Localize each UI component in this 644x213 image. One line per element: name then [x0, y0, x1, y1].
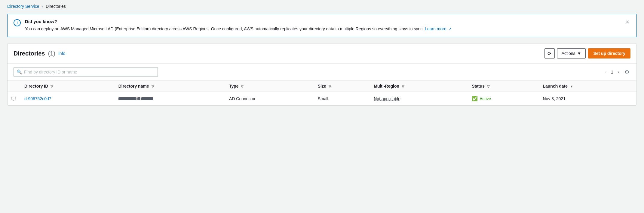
redacted-bar-3 [141, 97, 153, 100]
cell-status: ✅ Active [467, 92, 538, 105]
sort-icon-launch-date: ▼ [570, 85, 573, 88]
th-checkbox [8, 81, 20, 92]
multi-region-value: Not applicable [374, 96, 400, 101]
banner-content: Did you know? You can deploy an AWS Mana… [25, 19, 620, 32]
th-type[interactable]: Type ▽ [224, 81, 313, 92]
th-multi-region[interactable]: Multi-Region ▽ [369, 81, 467, 92]
table-settings-button[interactable]: ⚙ [623, 68, 630, 76]
search-icon: 🔍 [17, 69, 22, 75]
status-check-icon: ✅ [472, 96, 478, 101]
card-count: (1) [48, 50, 55, 57]
sort-icon-multi-region: ▽ [402, 85, 404, 88]
directories-table: Directory ID ▽ Directory name ▽ Type ▽ [8, 81, 636, 105]
actions-button[interactable]: Actions ▼ [557, 48, 586, 58]
cell-directory-name [114, 92, 224, 105]
sort-icon-status: ▽ [487, 85, 489, 88]
search-input[interactable] [14, 67, 158, 77]
info-icon: i [14, 19, 21, 28]
card-title: Directories [14, 50, 45, 57]
pagination-current: 1 [611, 70, 613, 74]
sort-icon-directory-name: ▽ [152, 85, 154, 88]
banner-close-button[interactable]: × [624, 19, 630, 25]
directory-id-link[interactable]: d-906752c0d7 [24, 96, 51, 101]
banner-title: Did you know? [25, 19, 620, 24]
redacted-bar-2 [137, 97, 140, 100]
status-active: ✅ Active [472, 96, 533, 101]
cell-type: AD Connector [224, 92, 313, 105]
table-row: d-906752c0d7 AD Connector Small [8, 92, 636, 105]
banner-text: You can deploy an AWS Managed Microsoft … [25, 26, 620, 32]
cell-multi-region: Not applicable [369, 92, 467, 105]
chevron-left-icon: ‹ [605, 69, 607, 74]
directories-card: Directories (1) Info ⟳ Actions ▼ Set up … [7, 43, 637, 106]
card-title-area: Directories (1) Info [14, 50, 65, 57]
table-wrapper: Directory ID ▽ Directory name ▽ Type ▽ [8, 81, 636, 105]
refresh-button[interactable]: ⟳ [544, 48, 555, 58]
th-directory-name[interactable]: Directory name ▽ [114, 81, 224, 92]
cell-launch-date: Nov 3, 2021 [538, 92, 636, 105]
cell-size: Small [313, 92, 369, 105]
external-link-icon: ↗ [449, 27, 452, 31]
cell-directory-id: d-906752c0d7 [20, 92, 114, 105]
breadcrumb-current: Directories [46, 4, 66, 9]
chevron-right-icon: › [618, 69, 619, 74]
sort-icon-size: ▽ [329, 85, 331, 88]
pagination-next-button[interactable]: › [616, 68, 621, 76]
pagination-prev-button[interactable]: ‹ [603, 68, 609, 76]
search-area: 🔍 ‹ 1 › ⚙ [8, 64, 636, 81]
th-status[interactable]: Status ▽ [467, 81, 538, 92]
th-size[interactable]: Size ▽ [313, 81, 369, 92]
redacted-name [118, 97, 153, 100]
sort-icon-directory-id: ▽ [51, 85, 53, 88]
row-checkbox-cell [8, 92, 20, 105]
breadcrumb: Directory Service › Directories [7, 4, 637, 9]
refresh-icon: ⟳ [547, 51, 551, 56]
breadcrumb-separator: › [42, 4, 43, 9]
setup-directory-button[interactable]: Set up directory [588, 48, 630, 58]
status-label: Active [480, 96, 491, 101]
svg-text:i: i [17, 20, 18, 25]
info-banner: i Did you know? You can deploy an AWS Ma… [7, 14, 637, 37]
redacted-bar-1 [118, 97, 136, 100]
info-link[interactable]: Info [58, 51, 65, 56]
actions-label: Actions [562, 51, 575, 56]
learn-more-link[interactable]: Learn more ↗ [425, 26, 451, 31]
header-actions: ⟳ Actions ▼ Set up directory [544, 48, 630, 58]
th-directory-id[interactable]: Directory ID ▽ [20, 81, 114, 92]
breadcrumb-service-link[interactable]: Directory Service [7, 4, 39, 9]
sort-icon-type: ▽ [241, 85, 243, 88]
card-header: Directories (1) Info ⟳ Actions ▼ Set up … [8, 44, 636, 64]
actions-arrow-icon: ▼ [577, 51, 581, 56]
pagination-area: ‹ 1 › ⚙ [603, 68, 630, 76]
th-launch-date[interactable]: Launch date ▼ [538, 81, 636, 92]
table-header-row: Directory ID ▽ Directory name ▽ Type ▽ [8, 81, 636, 92]
row-radio[interactable] [11, 96, 16, 100]
search-wrapper: 🔍 [14, 67, 158, 77]
gear-icon: ⚙ [624, 69, 629, 75]
